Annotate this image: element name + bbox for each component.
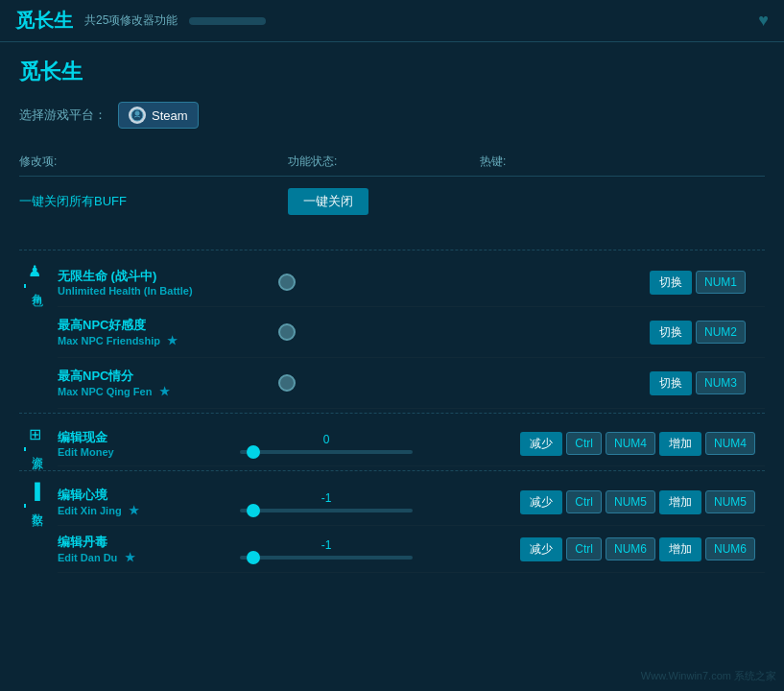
buff-name: 一键关闭所有BUFF xyxy=(19,193,288,210)
platform-label: 选择游戏平台： xyxy=(19,107,107,124)
modifier-names: 无限生命 (战斗中)Unlimited Health (In Battle) xyxy=(58,268,269,297)
steam-icon xyxy=(129,107,146,124)
modifier-zh: 编辑现金 xyxy=(58,429,230,446)
game-title-large: 觅长生 xyxy=(19,58,765,86)
modifier-row: 最高NPC好感度Max NPC Friendship ★切换NUM2 xyxy=(58,307,765,358)
decrease-button[interactable]: 减少 xyxy=(520,490,562,514)
modifier-en: Edit Dan Du ★ xyxy=(58,551,230,564)
section-label-character: 角色 xyxy=(24,284,45,288)
section-sidebar-resources: ⊞资源 xyxy=(19,421,50,466)
modifier-en: Max NPC Friendship ★ xyxy=(58,334,269,347)
section-icon-data: ▐ xyxy=(29,483,39,500)
hotkey-area: 切换NUM2 xyxy=(315,321,765,345)
section-icon-resources: ⊞ xyxy=(29,425,41,443)
section-rows-data: 编辑心境Edit Xin Jing ★-1减少CtrlNUM5增加NUM5编辑丹… xyxy=(50,479,765,573)
slider-hotkeys: 减少CtrlNUM6增加NUM6 xyxy=(422,537,765,561)
steam-label: Steam xyxy=(152,108,188,123)
toggle-button[interactable]: 切换 xyxy=(650,321,692,345)
section-character: ♟角色无限生命 (战斗中)Unlimited Health (In Battle… xyxy=(19,250,765,409)
hotkey-key: NUM3 xyxy=(696,371,746,394)
dec-hotkey-key: NUM6 xyxy=(606,537,655,560)
slider-track[interactable] xyxy=(240,556,413,560)
slider-thumb[interactable] xyxy=(247,504,260,517)
dec-hotkey-key: NUM4 xyxy=(606,432,655,455)
hotkey-area: 切换NUM3 xyxy=(315,371,765,395)
modifier-row: 最高NPC情分Max NPC Qing Fen ★切换NUM3 xyxy=(58,358,765,409)
inc-hotkey-key: NUM5 xyxy=(705,490,755,513)
increase-button[interactable]: 增加 xyxy=(659,432,701,456)
hotkey-area: 切换NUM1 xyxy=(315,271,765,295)
modifier-count: 共25项修改器功能 xyxy=(84,12,178,29)
progress-bar xyxy=(189,17,266,25)
modifier-names: 编辑心境Edit Xin Jing ★ xyxy=(58,487,230,517)
increase-button[interactable]: 增加 xyxy=(659,490,701,514)
star-icon: ★ xyxy=(121,551,134,564)
modifier-zh: 无限生命 (战斗中) xyxy=(58,268,269,285)
top-bar: 觅长生 共25项修改器功能 ♥ xyxy=(0,0,784,42)
decrease-button[interactable]: 减少 xyxy=(520,537,562,561)
hotkey-key: NUM2 xyxy=(696,321,746,344)
main-content: 觅长生 选择游戏平台： Steam 修改项: 功能状态: 热键: 一键关闭所有B… xyxy=(0,42,784,592)
section-label-data: 数据 xyxy=(24,504,45,508)
header-status: 功能状态: xyxy=(288,154,480,170)
modifier-names: 编辑现金Edit Money xyxy=(58,429,230,458)
steam-button[interactable]: Steam xyxy=(118,102,199,129)
modifier-names: 最高NPC情分Max NPC Qing Fen ★ xyxy=(58,368,269,398)
modifier-zh: 最高NPC好感度 xyxy=(58,317,269,334)
slider-container: -1 xyxy=(240,491,413,512)
toggle-circle[interactable] xyxy=(278,274,296,291)
slider-value: -1 xyxy=(321,538,332,552)
star-icon: ★ xyxy=(155,385,169,398)
heart-icon[interactable]: ♥ xyxy=(758,11,769,31)
slider-thumb[interactable] xyxy=(247,445,260,459)
modifier-en: Edit Money xyxy=(58,446,230,458)
section-data: ▐数据编辑心境Edit Xin Jing ★-1减少CtrlNUM5增加NUM5… xyxy=(19,470,765,573)
modifier-en: Edit Xin Jing ★ xyxy=(58,504,230,517)
toggle-button[interactable]: 切换 xyxy=(650,271,692,295)
slider-thumb[interactable] xyxy=(247,551,260,564)
star-icon: ★ xyxy=(164,334,178,347)
modifier-zh: 编辑心境 xyxy=(58,487,230,504)
section-icon-character: ♟ xyxy=(28,262,41,280)
ctrl-key: Ctrl xyxy=(566,537,602,560)
modifier-names: 最高NPC好感度Max NPC Friendship ★ xyxy=(58,317,269,347)
decrease-button[interactable]: 减少 xyxy=(520,432,562,456)
section-rows-resources: 编辑现金Edit Money0减少CtrlNUM4增加NUM4 xyxy=(50,421,765,466)
platform-row: 选择游戏平台： Steam xyxy=(19,102,765,129)
buff-row: 一键关闭所有BUFF 一键关闭 xyxy=(19,188,765,230)
section-rows-character: 无限生命 (战斗中)Unlimited Health (In Battle)切换… xyxy=(50,258,765,409)
dec-hotkey-key: NUM5 xyxy=(606,490,655,513)
slider-row: 编辑现金Edit Money0减少CtrlNUM4增加NUM4 xyxy=(58,421,765,466)
header-hotkey: 热键: xyxy=(480,154,765,170)
modifier-en: Unlimited Health (In Battle) xyxy=(58,285,269,297)
inc-hotkey-key: NUM6 xyxy=(705,537,755,560)
header-modifier: 修改项: xyxy=(19,154,288,170)
section-sidebar-character: ♟角色 xyxy=(19,258,50,409)
section-label-resources: 资源 xyxy=(24,447,45,451)
slider-track[interactable] xyxy=(240,509,413,512)
slider-track[interactable] xyxy=(240,450,413,454)
toggle-circle[interactable] xyxy=(278,323,296,341)
svg-point-1 xyxy=(135,111,140,116)
modifier-zh: 最高NPC情分 xyxy=(58,368,269,385)
star-icon: ★ xyxy=(126,504,139,517)
hotkey-key: NUM1 xyxy=(696,271,746,294)
increase-button[interactable]: 增加 xyxy=(659,537,701,561)
section-resources: ⊞资源编辑现金Edit Money0减少CtrlNUM4增加NUM4 xyxy=(19,413,765,466)
toggle-button[interactable]: 切换 xyxy=(650,371,692,395)
slider-value: -1 xyxy=(321,491,332,505)
table-header: 修改项: 功能状态: 热键: xyxy=(19,148,765,177)
modifier-names: 编辑丹毒Edit Dan Du ★ xyxy=(58,534,230,564)
toggle-circle[interactable] xyxy=(278,374,296,392)
ctrl-key: Ctrl xyxy=(566,432,602,455)
inc-hotkey-key: NUM4 xyxy=(705,432,755,455)
section-sidebar-data: ▐数据 xyxy=(19,479,50,573)
close-all-button[interactable]: 一键关闭 xyxy=(288,188,368,215)
slider-container: 0 xyxy=(240,433,413,454)
slider-hotkeys: 减少CtrlNUM5增加NUM5 xyxy=(422,490,765,514)
slider-value: 0 xyxy=(323,433,330,446)
modifier-row: 无限生命 (战斗中)Unlimited Health (In Battle)切换… xyxy=(58,258,765,307)
modifier-zh: 编辑丹毒 xyxy=(58,534,230,551)
slider-hotkeys: 减少CtrlNUM4增加NUM4 xyxy=(422,432,765,456)
ctrl-key: Ctrl xyxy=(566,490,602,513)
